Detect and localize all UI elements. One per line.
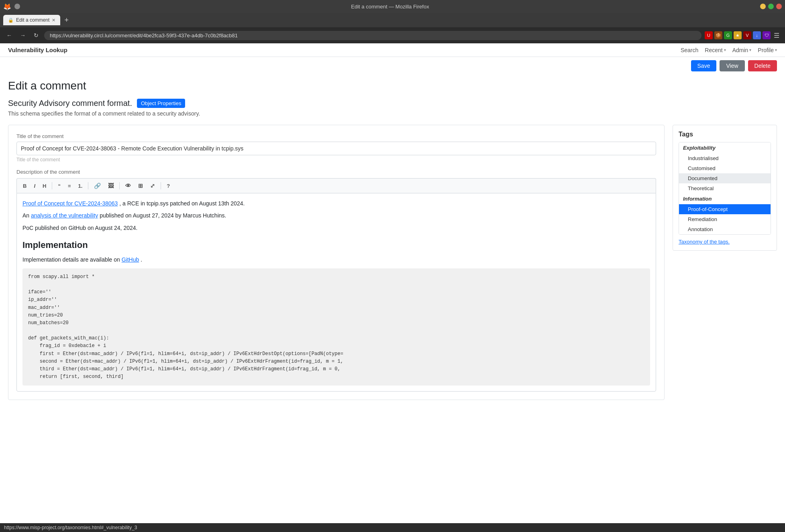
- browser-icon: 🦊: [3, 3, 11, 10]
- nav-recent-caret: ▾: [724, 48, 726, 52]
- minimize-button[interactable]: [760, 4, 766, 9]
- navbar-brand[interactable]: Vulnerability Lookup: [8, 47, 67, 53]
- editor-impl-text: Implementation details are available on …: [22, 255, 650, 264]
- toolbar-divider-4: [161, 182, 161, 189]
- save-button[interactable]: Save: [691, 60, 717, 71]
- nav-reload-button[interactable]: ↻: [31, 31, 41, 39]
- ext-icon-3[interactable]: G: [724, 31, 732, 39]
- nav-recent-label: Recent: [705, 47, 722, 53]
- ext-icon-2[interactable]: 🍪: [714, 31, 722, 39]
- toolbar-image[interactable]: 🖼: [105, 181, 116, 191]
- toolbar-italic[interactable]: I: [31, 181, 38, 191]
- browser-title: Edit a comment — Mozilla Firefox: [23, 4, 757, 10]
- browser-chrome: 🦊 Edit a comment — Mozilla Firefox 🔒 Edi…: [0, 0, 785, 43]
- toolbar-divider-2: [88, 182, 88, 189]
- editor-paragraph-2: An analysis of the vulnerability publish…: [22, 211, 650, 220]
- address-bar-input[interactable]: [44, 31, 701, 40]
- nav-profile-label: Profile: [758, 47, 774, 53]
- toolbar-link[interactable]: 🔗: [91, 181, 104, 191]
- editor-toolbar: B I H “ ≡ 1. 🔗 🖼 👁 ⊞ ⤢ ?: [16, 178, 656, 193]
- editor-link-github[interactable]: GitHub: [122, 256, 139, 263]
- tag-category-information: Information: [679, 193, 771, 204]
- toolbar-bullet-list[interactable]: ≡: [65, 181, 74, 191]
- nav-profile-caret: ▾: [775, 48, 777, 52]
- editor-impl-prefix: Implementation details are available on: [22, 256, 122, 263]
- tab-close-button[interactable]: ✕: [52, 18, 55, 23]
- title-input-placeholder: Title of the comment: [16, 157, 656, 162]
- toolbar-help[interactable]: ?: [164, 181, 173, 191]
- nav-search[interactable]: Search: [681, 47, 698, 53]
- toolbar-quote[interactable]: “: [55, 181, 63, 191]
- content-grid: Title of the comment Title of the commen…: [8, 125, 777, 400]
- editor-paragraph-1: Proof of Concept for CVE-2024-38063 , a …: [22, 199, 650, 208]
- tag-item-customised[interactable]: Customised: [679, 163, 771, 173]
- browser-address-bar: ← → ↻ U 🍪 G ★ V ↓ 🛡 ☰: [0, 27, 785, 43]
- browser-extensions: U 🍪 G ★ V ↓ 🛡 ☰: [705, 31, 781, 40]
- statusbar-url: https://www.misp-project.org/taxonomies.…: [4, 525, 137, 530]
- nav-admin-label: Admin: [732, 47, 748, 53]
- ext-icon-1[interactable]: U: [705, 31, 713, 39]
- editor-link-analysis[interactable]: analysis of the vulnerability: [31, 212, 98, 219]
- toolbar-fullscreen[interactable]: ⤢: [147, 181, 158, 191]
- object-properties-badge[interactable]: Object Properties: [137, 99, 185, 108]
- editor-p2-suffix: published on August 27, 2024 by Marcus H…: [100, 212, 226, 219]
- toolbar-divider-1: [52, 182, 52, 189]
- tag-item-industrialised[interactable]: Industrialised: [679, 153, 771, 163]
- nav-back-button[interactable]: ←: [4, 31, 14, 39]
- nav-forward-button[interactable]: →: [18, 31, 28, 39]
- navbar-right: Search Recent ▾ Admin ▾ Profile ▾: [681, 47, 777, 53]
- toolbar-columns[interactable]: ⊞: [135, 181, 146, 191]
- close-button[interactable]: [776, 4, 782, 9]
- nav-admin-caret: ▾: [749, 48, 751, 52]
- browser-tab-bar: 🔒 Edit a comment ✕ +: [0, 13, 785, 27]
- editor-code-block: from scapy.all import * iface='' ip_addr…: [22, 268, 650, 386]
- toolbar-ordered-list[interactable]: 1.: [75, 181, 86, 191]
- ext-icon-7[interactable]: 🛡: [763, 31, 771, 39]
- tag-item-proof-of-concept[interactable]: Proof-of-Concept: [679, 204, 771, 214]
- editor-impl-suffix: .: [141, 256, 142, 263]
- app-container: Vulnerability Lookup Search Recent ▾ Adm…: [0, 43, 785, 532]
- page-title: Edit a comment: [8, 79, 777, 92]
- maximize-button[interactable]: [768, 4, 774, 9]
- tag-category-exploitability: Exploitability: [679, 142, 771, 153]
- window-controls: [760, 4, 782, 9]
- new-tab-button[interactable]: +: [62, 16, 71, 24]
- view-button[interactable]: View: [720, 60, 744, 71]
- taxonomy-link[interactable]: Taxonomy of the tags.: [679, 239, 771, 245]
- nav-recent-dropdown[interactable]: Recent ▾: [705, 47, 726, 53]
- toolbar-heading[interactable]: H: [40, 181, 49, 191]
- tab-label: Edit a comment: [16, 17, 49, 23]
- browser-tab[interactable]: 🔒 Edit a comment ✕: [3, 15, 60, 25]
- tags-panel-title: Tags: [679, 131, 771, 138]
- toolbar-preview[interactable]: 👁: [122, 181, 134, 191]
- ext-icon-4[interactable]: ★: [734, 31, 742, 39]
- delete-button[interactable]: Delete: [748, 60, 777, 71]
- editor-link-cve[interactable]: Proof of Concept for CVE-2024-38063: [22, 200, 118, 207]
- tag-item-annotation[interactable]: Annotation: [679, 224, 771, 234]
- tags-panel: Tags Exploitability Industrialised Custo…: [673, 125, 777, 251]
- nav-profile-dropdown[interactable]: Profile ▾: [758, 47, 777, 53]
- ext-icon-5[interactable]: V: [743, 31, 751, 39]
- tab-favicon: 🔒: [8, 18, 14, 23]
- schema-title: Security Advisory comment format.: [8, 99, 132, 108]
- toolbar-divider-3: [119, 182, 120, 189]
- main-content: Edit a comment Security Advisory comment…: [0, 71, 785, 408]
- navbar: Vulnerability Lookup Search Recent ▾ Adm…: [0, 43, 785, 57]
- editor-content[interactable]: Proof of Concept for CVE-2024-38063 , a …: [16, 193, 656, 392]
- tag-item-theoretical[interactable]: Theoretical: [679, 183, 771, 193]
- nav-admin-dropdown[interactable]: Admin ▾: [732, 47, 752, 53]
- tag-item-remediation[interactable]: Remediation: [679, 214, 771, 224]
- hamburger-menu-button[interactable]: ☰: [772, 31, 781, 40]
- tag-item-documented[interactable]: Documented: [679, 173, 771, 183]
- title-input[interactable]: [16, 142, 656, 155]
- editor-p2-prefix: An: [22, 212, 31, 219]
- schema-description: This schema specifies the format of a co…: [8, 110, 777, 117]
- editor-heading-impl: Implementation: [22, 238, 650, 252]
- statusbar: https://www.misp-project.org/taxonomies.…: [0, 523, 785, 532]
- title-label: Title of the comment: [16, 133, 656, 139]
- description-label: Description of the comment: [16, 169, 656, 175]
- schema-header: Security Advisory comment format. Object…: [8, 99, 777, 108]
- editor-paragraph-3: PoC published on GitHub on August 24, 20…: [22, 223, 650, 232]
- toolbar-bold[interactable]: B: [20, 181, 29, 191]
- ext-icon-6[interactable]: ↓: [753, 31, 761, 39]
